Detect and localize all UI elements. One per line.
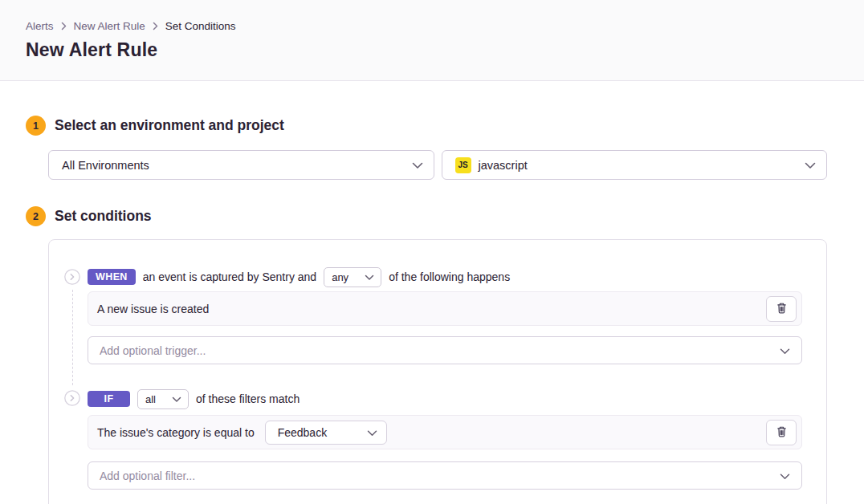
chevron-down-icon (805, 159, 816, 172)
when-match-select[interactable]: any (324, 267, 381, 287)
environment-project-row: All Environments JS javascript (48, 150, 827, 180)
delete-trigger-button[interactable] (766, 296, 797, 322)
when-condition-line: WHEN an event is captured by Sentry and … (88, 267, 802, 287)
chevron-down-icon (780, 344, 790, 357)
delete-filter-button[interactable] (766, 420, 797, 445)
circle-chevron-right-icon (64, 269, 80, 285)
breadcrumb-new-alert-rule[interactable]: New Alert Rule (74, 20, 145, 32)
filter-row: The issue's category is equal to Feedbac… (88, 415, 802, 449)
step-2-badge: 2 (26, 206, 46, 226)
chevron-down-icon (412, 159, 423, 172)
add-filter-select[interactable]: Add optional filter... (88, 461, 802, 490)
if-condition-line: IF all of these filters match (88, 389, 802, 408)
javascript-platform-icon: JS (455, 157, 471, 173)
trigger-row: A new issue is created (88, 291, 802, 326)
section-environment-header: 1 Select an environment and project (26, 116, 827, 136)
section-conditions-title: Set conditions (55, 208, 152, 225)
chevron-down-icon (780, 469, 790, 482)
chevron-down-icon (367, 426, 377, 439)
environment-select[interactable]: All Environments (48, 150, 434, 180)
when-match-value: any (332, 271, 355, 283)
project-select-value: javascript (479, 159, 805, 172)
conditions-card: WHEN an event is captured by Sentry and … (48, 239, 827, 504)
chevron-down-icon (365, 271, 374, 283)
if-text-after: of these filters match (196, 392, 300, 405)
section-conditions-header: 2 Set conditions (26, 206, 827, 226)
page-header: Alerts New Alert Rule Set Conditions New… (0, 0, 864, 81)
filter-label: The issue's category is equal to (97, 426, 255, 439)
filter-value: Feedback (278, 426, 327, 439)
page-title: New Alert Rule (26, 39, 838, 61)
step-1-badge: 1 (26, 116, 46, 136)
trash-icon (776, 302, 788, 316)
section-environment-title: Select an environment and project (55, 117, 284, 134)
chevron-right-icon (61, 22, 67, 30)
breadcrumb-alerts[interactable]: Alerts (26, 20, 54, 32)
trash-icon (776, 425, 788, 440)
if-match-select[interactable]: all (137, 389, 189, 409)
when-badge: WHEN (88, 269, 136, 286)
circle-chevron-right-icon (64, 390, 80, 406)
main-content: 1 Select an environment and project All … (0, 116, 864, 504)
step-connector-line (72, 290, 73, 385)
environment-select-value: All Environments (62, 159, 412, 172)
chevron-right-icon (153, 22, 158, 30)
breadcrumb: Alerts New Alert Rule Set Conditions (26, 20, 838, 32)
when-text-before: an event is captured by Sentry and (143, 270, 316, 283)
trigger-label: A new issue is created (97, 303, 209, 315)
project-select[interactable]: JS javascript (442, 150, 828, 180)
add-filter-placeholder: Add optional filter... (100, 469, 195, 482)
when-text-after: of the following happens (389, 270, 510, 283)
if-badge: IF (88, 391, 130, 408)
breadcrumb-set-conditions: Set Conditions (165, 20, 236, 32)
chevron-down-icon (172, 393, 181, 405)
if-match-value: all (145, 393, 162, 405)
add-trigger-placeholder: Add optional trigger... (100, 344, 206, 357)
add-trigger-select[interactable]: Add optional trigger... (88, 336, 802, 364)
filter-value-select[interactable]: Feedback (265, 421, 387, 445)
